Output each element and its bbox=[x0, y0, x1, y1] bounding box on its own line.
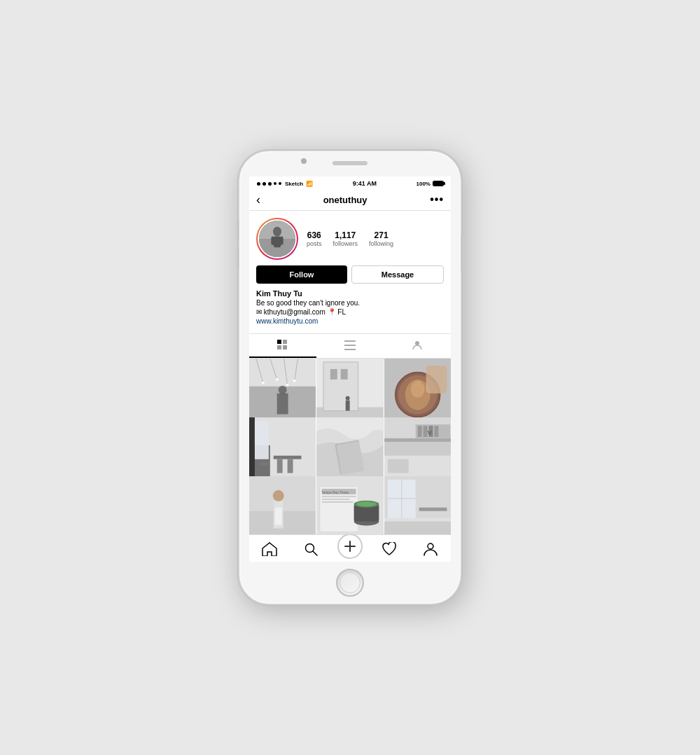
home-button-inner bbox=[340, 572, 360, 593]
photo-cell-9[interactable] bbox=[384, 476, 451, 534]
photo-cell-5[interactable] bbox=[316, 417, 383, 484]
phone-bottom bbox=[336, 562, 364, 604]
svg-rect-35 bbox=[346, 401, 350, 411]
svg-rect-17 bbox=[249, 359, 316, 387]
svg-text:Tampa Bay Times: Tampa Bay Times bbox=[321, 491, 349, 494]
phone-mockup: Sketch 📶 9:41 AM 100% ‹ onetuthuy ••• bbox=[238, 150, 462, 605]
message-button[interactable]: Message bbox=[351, 265, 444, 284]
svg-rect-50 bbox=[255, 421, 269, 459]
svg-line-98 bbox=[313, 551, 317, 555]
photo-cell-2[interactable] bbox=[316, 359, 383, 425]
nav-activity[interactable] bbox=[375, 539, 403, 559]
photo-cell-3[interactable] bbox=[384, 359, 451, 425]
svg-rect-51 bbox=[274, 456, 302, 459]
svg-rect-81 bbox=[322, 496, 356, 497]
tab-list[interactable] bbox=[316, 334, 384, 358]
followers-label: followers bbox=[333, 240, 358, 247]
svg-rect-34 bbox=[341, 369, 348, 380]
svg-rect-48 bbox=[249, 417, 255, 484]
bio-website[interactable]: www.kimthuytu.com bbox=[256, 317, 444, 325]
svg-rect-8 bbox=[283, 340, 287, 344]
content-tabs bbox=[249, 333, 451, 359]
svg-point-20 bbox=[262, 382, 265, 385]
phone-top-area bbox=[239, 151, 461, 176]
svg-rect-7 bbox=[277, 340, 281, 344]
svg-rect-27 bbox=[277, 394, 288, 415]
avatar bbox=[258, 219, 297, 258]
phone-speaker bbox=[332, 161, 368, 165]
app-header: ‹ onetuthuy ••• bbox=[249, 189, 451, 211]
profile-top-row: 636 posts 1,117 followers 271 following bbox=[256, 218, 444, 260]
svg-rect-5 bbox=[271, 237, 274, 245]
battery-icon bbox=[433, 181, 444, 186]
signal-dot-2 bbox=[262, 182, 266, 186]
svg-rect-33 bbox=[330, 369, 337, 380]
bio-section: Kim Thuy Tu Be so good they can't ignore… bbox=[256, 289, 444, 325]
nav-home[interactable] bbox=[255, 539, 284, 559]
signal-dot-4 bbox=[274, 182, 276, 185]
photo-cell-4[interactable] bbox=[249, 417, 316, 484]
status-left: Sketch 📶 bbox=[256, 181, 313, 187]
phone-screen: Sketch 📶 9:41 AM 100% ‹ onetuthuy ••• bbox=[249, 176, 451, 562]
tab-tagged[interactable] bbox=[384, 334, 451, 358]
status-right: 100% bbox=[416, 181, 444, 187]
photo-grid: V bbox=[249, 359, 451, 534]
wifi-icon: 📶 bbox=[306, 181, 313, 187]
photo-cell-1[interactable] bbox=[249, 359, 316, 425]
svg-text:V: V bbox=[427, 429, 432, 436]
carrier-label: Sketch bbox=[285, 181, 303, 187]
bottom-nav bbox=[249, 534, 451, 562]
volume-up-button bbox=[237, 221, 239, 241]
person-tag-icon bbox=[412, 340, 423, 351]
grid-icon bbox=[277, 340, 288, 351]
svg-rect-10 bbox=[283, 345, 287, 349]
avatar-wrapper bbox=[256, 218, 298, 260]
signal-dot-5 bbox=[279, 182, 281, 185]
svg-rect-83 bbox=[322, 501, 354, 503]
svg-point-14 bbox=[415, 341, 419, 345]
status-time: 9:41 AM bbox=[353, 180, 377, 187]
svg-rect-67 bbox=[434, 426, 438, 437]
svg-rect-62 bbox=[384, 438, 451, 442]
home-button[interactable] bbox=[336, 569, 364, 597]
list-icon bbox=[344, 340, 356, 351]
svg-rect-6 bbox=[279, 237, 283, 245]
signal-dot-1 bbox=[257, 182, 260, 186]
nav-search[interactable] bbox=[297, 539, 325, 559]
photo-cell-7[interactable] bbox=[249, 476, 316, 534]
stat-followers: 1,117 followers bbox=[333, 230, 358, 247]
power-button bbox=[461, 235, 463, 270]
tab-grid[interactable] bbox=[249, 334, 316, 358]
stats-row: 636 posts 1,117 followers 271 following bbox=[307, 230, 444, 247]
status-bar: Sketch 📶 9:41 AM 100% bbox=[249, 176, 451, 189]
svg-rect-13 bbox=[344, 349, 356, 350]
heart-icon bbox=[382, 542, 397, 556]
stat-following: 271 following bbox=[369, 230, 393, 247]
svg-point-26 bbox=[293, 380, 296, 382]
photo-cell-8[interactable]: Tampa Bay Times bbox=[316, 476, 383, 534]
display-name: Kim Thuy Tu bbox=[256, 289, 444, 298]
nav-create-button[interactable] bbox=[337, 534, 363, 559]
profile-section: 636 posts 1,117 followers 271 following … bbox=[249, 211, 451, 333]
svg-rect-95 bbox=[419, 508, 447, 511]
nav-profile[interactable] bbox=[416, 539, 444, 559]
avatar-image bbox=[259, 221, 295, 257]
follow-button[interactable]: Follow bbox=[256, 265, 347, 284]
battery-fill bbox=[433, 181, 443, 186]
home-icon bbox=[262, 542, 277, 556]
svg-rect-44 bbox=[426, 366, 447, 394]
following-label: following bbox=[369, 240, 393, 247]
photo-cell-6[interactable]: V bbox=[384, 417, 451, 484]
svg-point-75 bbox=[273, 490, 284, 501]
svg-rect-52 bbox=[277, 459, 283, 473]
back-button[interactable]: ‹ bbox=[256, 193, 260, 206]
battery-percentage: 100% bbox=[416, 181, 430, 187]
volume-down-button bbox=[237, 248, 239, 268]
more-options-button[interactable]: ••• bbox=[430, 193, 444, 206]
svg-rect-96 bbox=[384, 522, 451, 534]
svg-point-101 bbox=[428, 543, 433, 549]
bio-email: ✉ kthuytu@gmail.com 📍 FL bbox=[256, 308, 444, 316]
profile-username: onetuthuy bbox=[323, 195, 368, 205]
svg-rect-69 bbox=[388, 459, 409, 473]
svg-point-3 bbox=[273, 227, 281, 237]
